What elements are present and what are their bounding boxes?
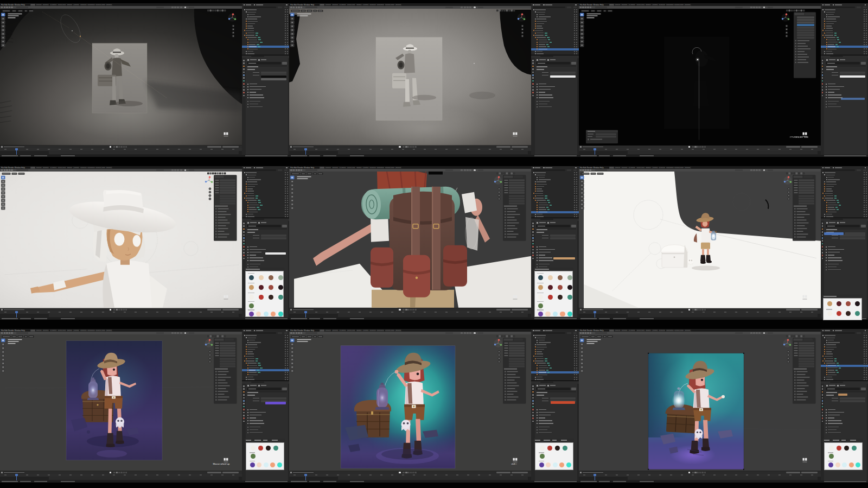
- svg-text:Mouse wheel up: Mouse wheel up: [213, 462, 229, 465]
- svg-text:IT'S RENDER TIME: IT'S RENDER TIME: [790, 136, 808, 138]
- svg-text:shift ↑: shift ↑: [512, 462, 517, 465]
